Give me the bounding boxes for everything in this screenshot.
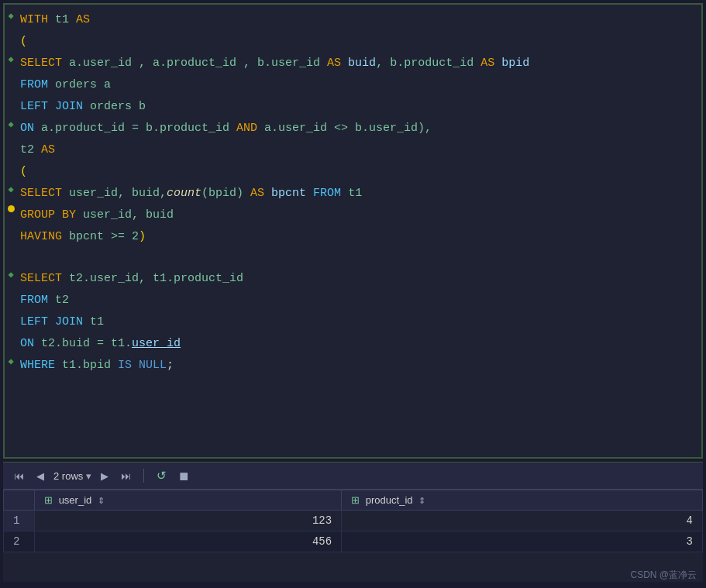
- product-id-cell: 3: [342, 531, 703, 552]
- code-line: GROUP BY user_id, buid: [5, 205, 701, 226]
- watermark-label: CSDN @蓝净云: [630, 569, 697, 582]
- col-user_id-header[interactable]: ⊞ user_id ⇕: [35, 490, 342, 511]
- col-label-user_id: user_id: [59, 494, 92, 506]
- row-number-cell: 1: [4, 511, 35, 531]
- line-content: GROUP BY user_id, buid: [17, 205, 701, 225]
- line-content: WHERE t1.bpid IS NULL;: [17, 356, 701, 376]
- editor-area: ◆WITH t1 AS(◆SELECT a.user_id , a.produc…: [3, 3, 703, 459]
- product-id-cell: 4: [342, 511, 703, 531]
- last-page-button[interactable]: ⏭: [118, 469, 134, 483]
- table-row: 11234: [4, 511, 703, 531]
- results-panel: ⏮ ◀ 2 rows ▾ ▶ ⏭ ↺ ◼ ⊞ user_id ⇕ ⊞: [3, 462, 703, 582]
- sort-arrow-product_id[interactable]: ⇕: [418, 496, 425, 505]
- rows-text: 2 rows: [53, 470, 83, 482]
- stop-button[interactable]: ◼: [176, 467, 191, 484]
- col-product_id-header[interactable]: ⊞ product_id ⇕: [342, 490, 703, 511]
- line-content: HAVING bpcnt >= 2): [17, 227, 701, 247]
- code-line: [5, 248, 701, 268]
- results-table-container: ⊞ user_id ⇕ ⊞ product_id ⇕ 1123424563: [3, 490, 703, 552]
- code-line: FROM orders a: [5, 74, 701, 96]
- line-content: ON a.product_id = b.product_id AND a.use…: [17, 119, 701, 139]
- code-line: (: [5, 31, 701, 53]
- prev-page-button[interactable]: ◀: [33, 469, 47, 483]
- line-content: WITH t1 AS: [17, 10, 701, 30]
- code-line: ◆SELECT t2.user_id, t1.product_id: [5, 268, 701, 290]
- line-content: SELECT t2.user_id, t1.product_id: [17, 269, 701, 289]
- code-line: ◆SELECT user_id, buid,count(bpid) AS bpc…: [5, 183, 701, 205]
- col-icon-user_id: ⊞: [44, 494, 53, 506]
- code-line: FROM t2: [5, 290, 701, 311]
- line-content: FROM orders a: [17, 75, 701, 95]
- code-line: ◆WHERE t1.bpid IS NULL;: [5, 355, 701, 377]
- line-content: t2 AS: [17, 140, 701, 160]
- code-line: ◆WITH t1 AS: [5, 9, 701, 31]
- code-line: ◆ON a.product_id = b.product_id AND a.us…: [5, 118, 701, 139]
- line-content: SELECT user_id, buid,count(bpid) AS bpcn…: [17, 184, 701, 204]
- rows-dropdown-arrow[interactable]: ▾: [86, 470, 91, 482]
- row-number-cell: 2: [4, 531, 35, 552]
- row-num-header: [4, 490, 35, 511]
- toolbar-divider: [143, 469, 144, 483]
- table-row: 24563: [4, 531, 703, 552]
- line-content: LEFT JOIN t1: [17, 312, 701, 332]
- col-icon-product_id: ⊞: [351, 494, 360, 506]
- col-label-product_id: product_id: [366, 494, 413, 506]
- user-id-cell: 456: [35, 531, 342, 552]
- next-page-button[interactable]: ▶: [98, 469, 112, 483]
- code-line: LEFT JOIN t1: [5, 311, 701, 333]
- line-gutter: ◆: [5, 53, 17, 65]
- first-page-button[interactable]: ⏮: [11, 469, 27, 483]
- line-gutter: ◆: [5, 10, 17, 22]
- line-gutter: ◆: [5, 119, 17, 130]
- code-line: ON t2.buid = t1.user_id: [5, 333, 701, 355]
- line-content: ON t2.buid = t1.user_id: [17, 334, 701, 354]
- code-line: (: [5, 161, 701, 183]
- line-gutter: ◆: [5, 184, 17, 195]
- line-content: (: [17, 162, 701, 182]
- code-line: t2 AS: [5, 139, 701, 161]
- results-toolbar: ⏮ ◀ 2 rows ▾ ▶ ⏭ ↺ ◼: [3, 462, 703, 490]
- user-id-cell: 123: [35, 511, 342, 531]
- rows-count-label: 2 rows ▾: [53, 470, 91, 482]
- line-content: SELECT a.user_id , a.product_id , b.user…: [17, 53, 701, 74]
- line-gutter: [5, 205, 17, 212]
- code-line: LEFT JOIN orders b: [5, 96, 701, 118]
- refresh-button[interactable]: ↺: [153, 467, 170, 484]
- line-content: (: [17, 32, 701, 52]
- sort-arrow-user_id[interactable]: ⇕: [98, 496, 105, 505]
- line-gutter: ◆: [5, 269, 17, 280]
- line-content: LEFT JOIN orders b: [17, 97, 701, 117]
- line-gutter: ◆: [5, 356, 17, 367]
- code-line: HAVING bpcnt >= 2): [5, 226, 701, 248]
- line-content: FROM t2: [17, 291, 701, 311]
- results-table: ⊞ user_id ⇕ ⊞ product_id ⇕ 1123424563: [3, 490, 703, 552]
- code-line: ◆SELECT a.user_id , a.product_id , b.use…: [5, 53, 701, 74]
